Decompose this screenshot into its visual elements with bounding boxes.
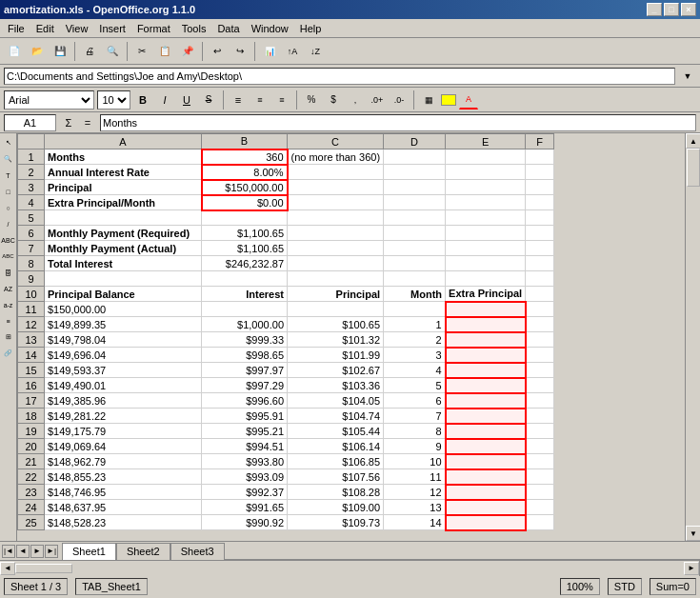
cell-1-B[interactable]: 360: [202, 150, 288, 165]
cell-12-C[interactable]: $100.65: [288, 317, 384, 332]
hscroll-right-button[interactable]: ►: [684, 562, 699, 575]
cell-13-F[interactable]: [526, 332, 554, 348]
cell-4-C[interactable]: [288, 195, 384, 210]
cell-23-A[interactable]: $148,746.95: [45, 485, 202, 500]
cell-14-C[interactable]: $101.99: [288, 348, 384, 363]
cell-10-F[interactable]: [526, 287, 554, 302]
cell-16-C[interactable]: $103.36: [288, 378, 384, 393]
cell-1-A[interactable]: Months: [45, 150, 202, 165]
cell-17-A[interactable]: $149,385.96: [45, 393, 202, 409]
vertical-scrollbar[interactable]: ▲ ▼: [685, 133, 700, 541]
cell-23-F[interactable]: [526, 485, 554, 500]
row-header-12[interactable]: 12: [18, 317, 45, 332]
print-button[interactable]: 🖨: [79, 41, 100, 62]
cell-4-F[interactable]: [526, 195, 554, 210]
cell-5-D[interactable]: [384, 210, 446, 226]
tab-prev-button[interactable]: ◄: [16, 545, 30, 558]
equals-icon[interactable]: =: [79, 114, 96, 131]
percent-button[interactable]: %: [302, 90, 321, 110]
col-header-c[interactable]: C: [288, 134, 384, 150]
row-header-18[interactable]: 18: [18, 409, 45, 424]
row-header-5[interactable]: 5: [18, 210, 45, 226]
cell-4-A[interactable]: Extra Principal/Month: [45, 195, 202, 210]
lt-db-tool[interactable]: 🗄: [1, 265, 16, 280]
menu-insert[interactable]: Insert: [93, 21, 131, 36]
cell-20-F[interactable]: [526, 439, 554, 454]
cell-22-E[interactable]: [446, 469, 526, 485]
row-header-4[interactable]: 4: [18, 195, 45, 210]
row-header-22[interactable]: 22: [18, 469, 45, 485]
cell-17-E[interactable]: [446, 393, 526, 409]
cell-10-E[interactable]: Extra Principal: [446, 287, 526, 302]
cell-7-D[interactable]: [384, 241, 446, 256]
cell-21-C[interactable]: $106.85: [288, 454, 384, 469]
cell-3-A[interactable]: Principal: [45, 180, 202, 195]
cell-7-B[interactable]: $1,100.65: [202, 241, 288, 256]
cell-6-A[interactable]: Monthly Payment (Required): [45, 226, 202, 241]
sheet-tab-2[interactable]: Sheet2: [116, 543, 170, 560]
cell-4-E[interactable]: [446, 195, 526, 210]
cell-22-A[interactable]: $148,855.23: [45, 469, 202, 485]
cell-19-E[interactable]: [446, 424, 526, 439]
open-button[interactable]: 📂: [27, 41, 48, 62]
cell-16-F[interactable]: [526, 378, 554, 393]
cell-21-A[interactable]: $148,962.79: [45, 454, 202, 469]
cell-reference-input[interactable]: [4, 114, 56, 131]
cell-23-E[interactable]: [446, 485, 526, 500]
cell-21-F[interactable]: [526, 454, 554, 469]
cell-6-F[interactable]: [526, 226, 554, 241]
cell-4-D[interactable]: [384, 195, 446, 210]
cell-14-D[interactable]: 3: [384, 348, 446, 363]
cell-9-B[interactable]: [202, 271, 288, 287]
cell-10-B[interactable]: Interest: [202, 287, 288, 302]
cell-23-D[interactable]: 12: [384, 485, 446, 500]
cell-13-C[interactable]: $101.32: [288, 332, 384, 348]
cell-16-B[interactable]: $997.29: [202, 378, 288, 393]
cell-5-F[interactable]: [526, 210, 554, 226]
cell-8-E[interactable]: [446, 256, 526, 271]
hscroll-left-button[interactable]: ◄: [0, 562, 15, 575]
cell-11-E[interactable]: [446, 302, 526, 317]
cell-14-A[interactable]: $149,696.04: [45, 348, 202, 363]
lt-az-tool[interactable]: a-z: [1, 297, 16, 312]
cell-15-D[interactable]: 4: [384, 363, 446, 378]
cell-5-C[interactable]: [288, 210, 384, 226]
cell-15-B[interactable]: $997.97: [202, 363, 288, 378]
cell-20-D[interactable]: 9: [384, 439, 446, 454]
italic-button[interactable]: I: [155, 90, 174, 110]
row-header-6[interactable]: 6: [18, 226, 45, 241]
cell-19-C[interactable]: $105.44: [288, 424, 384, 439]
menu-view[interactable]: View: [60, 21, 94, 36]
sheet-tab-1[interactable]: Sheet1: [62, 543, 116, 560]
font-size-select[interactable]: 10: [97, 90, 130, 110]
cell-8-A[interactable]: Total Interest: [45, 256, 202, 271]
cell-9-F[interactable]: [526, 271, 554, 287]
minimize-button[interactable]: _: [647, 3, 662, 16]
cell-25-B[interactable]: $990.92: [202, 515, 288, 530]
sort-asc-button[interactable]: ↑A: [282, 41, 303, 62]
menu-help[interactable]: Help: [294, 21, 328, 36]
cell-18-A[interactable]: $149,281.22: [45, 409, 202, 424]
cell-25-C[interactable]: $109.73: [288, 515, 384, 530]
cell-7-E[interactable]: [446, 241, 526, 256]
cell-11-D[interactable]: [384, 302, 446, 317]
row-header-7[interactable]: 7: [18, 241, 45, 256]
redo-button[interactable]: ↪: [230, 41, 250, 62]
cell-19-B[interactable]: $995.21: [202, 424, 288, 439]
cell-11-F[interactable]: [526, 302, 554, 317]
cell-9-A[interactable]: [45, 271, 202, 287]
col-header-d[interactable]: D: [384, 134, 446, 150]
cell-10-D[interactable]: Month: [384, 287, 446, 302]
cell-3-F[interactable]: [526, 180, 554, 195]
row-header-14[interactable]: 14: [18, 348, 45, 363]
row-header-9[interactable]: 9: [18, 271, 45, 287]
tab-first-button[interactable]: |◄: [2, 545, 15, 558]
underline-button[interactable]: U: [177, 90, 196, 110]
lt-list-tool[interactable]: ≡: [1, 313, 16, 329]
cell-13-E[interactable]: [446, 332, 526, 348]
cell-17-F[interactable]: [526, 393, 554, 409]
menu-format[interactable]: Format: [131, 21, 176, 36]
cell-18-B[interactable]: $995.91: [202, 409, 288, 424]
row-header-1[interactable]: 1: [18, 150, 45, 165]
sigma-icon[interactable]: Σ: [60, 114, 77, 131]
